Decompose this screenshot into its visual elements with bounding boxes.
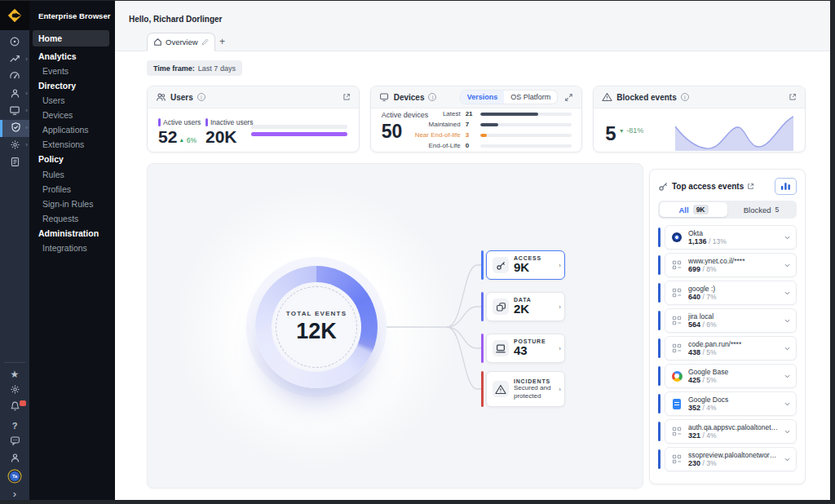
rail-avatar-button[interactable]: Ta: [0, 467, 29, 484]
event-accent-bar: [658, 311, 660, 330]
rail-directory-button[interactable]: ›: [0, 86, 29, 103]
chevron-right-icon: ›: [559, 345, 561, 352]
filter-all[interactable]: All 9K: [660, 202, 727, 217]
toggle-versions[interactable]: Versions: [461, 91, 505, 104]
app-logo[interactable]: [0, 1, 29, 30]
access-event-row[interactable]: Google Docs352 / 4%: [658, 391, 797, 416]
rail-help-button[interactable]: ?: [0, 416, 29, 433]
user-avatar[interactable]: Ta: [10, 471, 20, 481]
access-event-row[interactable]: Google Base425 / 5%: [658, 364, 797, 388]
edit-icon[interactable]: [201, 38, 209, 46]
info-icon[interactable]: i: [428, 93, 436, 101]
insights-icon: [9, 70, 20, 85]
access-event-row[interactable]: jira local564 / 6%: [658, 308, 797, 333]
node-accent-bar: [481, 334, 484, 363]
generic-favicon: [672, 288, 682, 298]
sidebar-item-rules[interactable]: Rules: [29, 167, 115, 182]
node-posture[interactable]: POSTURE43›: [481, 334, 565, 363]
timeframe-filter[interactable]: Time frame: Last 7 days: [147, 60, 242, 76]
sidebar-item-home[interactable]: Home: [33, 30, 109, 46]
rail-favorites-button[interactable]: ★: [0, 365, 29, 382]
devices-icon: [9, 104, 20, 119]
chevron-right-icon: ›: [25, 108, 28, 114]
access-event-row[interactable]: code.pan.run/****438 / 5%: [658, 336, 797, 360]
sidebar: Enterprise Browser HomeAnalyticsEventsDi…: [29, 1, 115, 500]
chevron-down-icon: [784, 374, 790, 379]
preferences-icon: [10, 383, 20, 398]
event-accent-bar: [658, 228, 660, 247]
feedback-icon: [10, 435, 20, 449]
rail-collapse-button[interactable]: ›: [0, 484, 29, 502]
access-event-row[interactable]: auth.qa.appsvc.paloaltonetwo...321 / 4%: [658, 419, 797, 444]
incidents-icon: [493, 381, 509, 397]
users-card: Users i Active users 52▲ 6% Inactive use…: [147, 86, 360, 153]
expand-icon[interactable]: [564, 93, 573, 102]
sidebar-item-extensions[interactable]: Extensions: [29, 137, 115, 152]
device-version-row: Maintained7: [410, 120, 572, 129]
chevron-down-icon: [784, 318, 790, 324]
app-title: Enterprise Browser: [29, 1, 115, 30]
sidebar-item-users[interactable]: Users: [29, 93, 115, 108]
chevron-right-icon: ›: [25, 125, 28, 131]
directory-icon: [10, 87, 20, 102]
blocked-events-card-header: Blocked events i: [594, 86, 805, 108]
rail-preferences-button[interactable]: [0, 382, 29, 399]
sidebar-item-devices[interactable]: Devices: [29, 108, 115, 122]
filter-blocked[interactable]: Blocked 5: [727, 202, 795, 217]
event-accent-bar: [658, 255, 660, 275]
toggle-os-platform[interactable]: OS Platform: [504, 91, 557, 104]
analytics-icon: [9, 53, 20, 68]
node-accent-bar: [481, 250, 484, 280]
tab-overview[interactable]: Overview: [147, 33, 215, 51]
open-link-icon[interactable]: [342, 93, 351, 101]
rail-settings-button[interactable]: ›: [0, 137, 29, 154]
sidebar-item-profiles[interactable]: Profiles: [29, 182, 115, 197]
access-event-row[interactable]: ssopreview.paloaltonetworks....230 / 3%: [658, 447, 797, 471]
node-access[interactable]: ACCESS9K›: [481, 250, 565, 280]
sidebar-item-sign-in-rules[interactable]: Sign-in Rules: [29, 197, 115, 211]
node-incidents[interactable]: INCIDENTSSecured andprotected›: [481, 371, 565, 407]
rail-profile-button[interactable]: [0, 450, 29, 467]
posture-icon: [493, 340, 509, 356]
node-accent-bar: [481, 371, 484, 407]
sidebar-item-requests[interactable]: Requests: [29, 211, 115, 226]
info-icon[interactable]: i: [681, 93, 689, 101]
open-link-icon[interactable]: [747, 183, 754, 190]
google-docs-favicon: [673, 399, 681, 409]
users-icon: [156, 92, 166, 102]
rail-logs-button[interactable]: [0, 154, 29, 171]
sidebar-item-events[interactable]: Events: [29, 64, 115, 78]
rail-analytics-button[interactable]: ›: [0, 51, 29, 69]
event-accent-bar: [658, 283, 660, 303]
total-events-donut[interactable]: TOTAL EVENTS 12K: [255, 266, 378, 388]
devices-toggle[interactable]: Versions OS Platform: [461, 91, 558, 104]
inactive-users-stat: Inactive users 20K: [205, 118, 253, 147]
chevron-down-icon: [784, 263, 790, 268]
node-data[interactable]: DATA2K›: [481, 292, 565, 321]
info-icon[interactable]: i: [197, 93, 205, 101]
home-icon: [153, 38, 162, 46]
rail-policy-button[interactable]: ›: [0, 120, 29, 137]
event-accent-bar: [658, 338, 660, 358]
chevron-down-icon: [784, 346, 790, 351]
settings-icon: [10, 139, 20, 153]
rail-feedback-button[interactable]: [0, 433, 29, 450]
access-event-row[interactable]: www.ynet.co.il/****699 / 8%: [658, 253, 797, 277]
active-users-stat: Active users 52▲ 6%: [158, 118, 201, 147]
chevron-down-icon: [784, 290, 790, 296]
access-event-row[interactable]: Okta1,136 / 13%: [658, 225, 797, 250]
sidebar-item-applications[interactable]: Applications: [29, 122, 115, 137]
rail-insights-button[interactable]: [0, 69, 29, 86]
generic-favicon: [672, 316, 682, 325]
chart-view-button[interactable]: [775, 178, 797, 195]
rail-notifications-button[interactable]: [0, 399, 29, 416]
sidebar-item-integrations[interactable]: Integrations: [29, 241, 115, 255]
dashboard-content: Time frame: Last 7 days Users i Active u…: [115, 52, 830, 500]
favorites-icon: ★: [11, 366, 20, 381]
access-event-row[interactable]: google :)640 / 7%: [658, 281, 797, 305]
rail-home-button[interactable]: [0, 34, 29, 51]
rail-devices-button[interactable]: ›: [0, 103, 29, 120]
open-link-icon[interactable]: [789, 93, 797, 101]
add-tab-button[interactable]: +: [219, 37, 225, 46]
events-filter-toggle: All 9K Blocked 5: [658, 201, 797, 219]
